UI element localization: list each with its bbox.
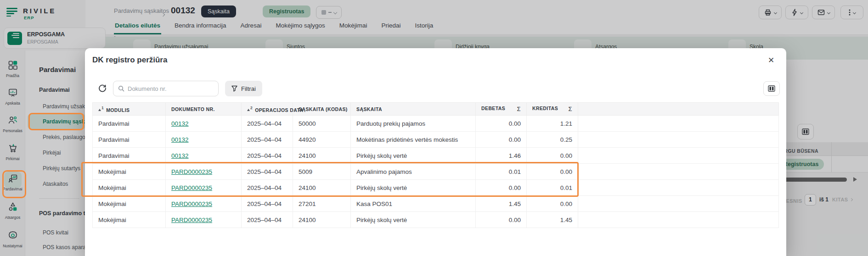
funnel-icon xyxy=(231,85,237,92)
column-header-filler xyxy=(578,103,779,116)
columns-icon xyxy=(768,85,775,92)
sort-asc-icon xyxy=(98,109,101,111)
column-header-kreditas[interactable]: KREDITASΣ xyxy=(527,103,578,116)
column-header-modulis[interactable]: 1MODULIS xyxy=(93,103,166,116)
column-header-operacijos-data[interactable]: 2OPERACIJOS DATA xyxy=(242,103,293,116)
sum-icon[interactable]: Σ xyxy=(569,106,572,112)
close-icon[interactable]: ✕ xyxy=(764,54,778,67)
modal-columns-button[interactable] xyxy=(763,81,780,96)
table-header-row: 1MODULIS DOKUMENTO NR. 2OPERACIJOS DATA … xyxy=(93,103,779,116)
document-link[interactable]: 00132 xyxy=(171,136,189,143)
search-box xyxy=(113,81,219,96)
search-input[interactable] xyxy=(128,85,214,92)
sort-asc-icon xyxy=(247,109,250,111)
column-header-saskaita[interactable]: SĄSKAITA xyxy=(351,103,476,116)
table-row[interactable]: Pardavimai 00132 2025–04–04 24100 Pirkėj… xyxy=(93,148,779,164)
document-link[interactable]: PARD0000235 xyxy=(171,200,212,207)
refresh-icon[interactable] xyxy=(97,83,108,94)
filter-button[interactable]: Filtrai xyxy=(225,81,262,96)
document-link[interactable]: PARD0000235 xyxy=(171,217,212,223)
document-link[interactable]: 00132 xyxy=(171,120,189,127)
table-row[interactable]: Pardavimai 00132 2025–04–04 50000 Parduo… xyxy=(93,116,779,132)
dk-register-modal: DK registro peržiūra ✕ Filtrai xyxy=(85,48,786,256)
document-link[interactable]: 00132 xyxy=(171,152,189,159)
table-row[interactable]: Pardavimai 00132 2025–04–04 44920 Mokėti… xyxy=(93,132,779,148)
column-header-saskaita-kodas[interactable]: SĄSKAITA (KODAS) xyxy=(293,103,351,116)
column-header-debetas[interactable]: DEBETASΣ xyxy=(476,103,527,116)
sum-icon[interactable]: Σ xyxy=(517,106,521,112)
app-root: RIVILE ERP ERPOSGAMA ERPOSGAMA Pradžia A… xyxy=(0,0,868,256)
table-row[interactable]: Mokėjimai PARD0000235 2025–04–04 27201 K… xyxy=(93,196,779,212)
annotation-highlighted-rows xyxy=(81,162,579,197)
table-row[interactable]: Mokėjimai PARD0000235 2025–04–04 24100 P… xyxy=(93,212,779,228)
column-header-dokumento-nr[interactable]: DOKUMENTO NR. xyxy=(166,103,242,116)
annotation-rail-pardavimai xyxy=(2,170,26,198)
annotation-sidebar-pardavimu-saskaitos xyxy=(28,113,84,130)
modal-title: DK registro peržiūra xyxy=(92,56,167,65)
search-icon xyxy=(118,85,124,92)
